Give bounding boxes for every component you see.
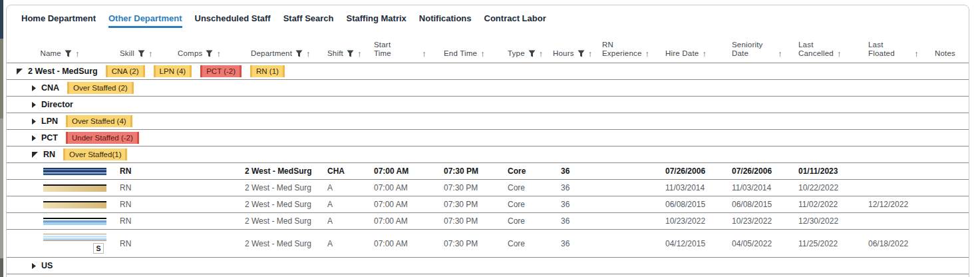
staffing-panel: Home Department Other Department Unsched… [6,5,969,277]
status-badge: CNA (2) [106,65,145,77]
cell-end-time: 07:30 PM [436,183,502,192]
column-header-seniority-date[interactable]: Seniority Date ↑ [725,41,792,58]
cell-start-time: 07:00 AM [366,183,436,192]
cell-type: Core [502,216,549,226]
tab-unscheduled-staff[interactable]: Unscheduled Staff [195,13,271,28]
tab-notifications[interactable]: Notifications [419,13,472,28]
skill-group-row-lpn[interactable]: LPN Over Staffed (4) [7,113,969,130]
filter-icon[interactable] [528,50,536,58]
filter-icon[interactable] [577,50,585,58]
status-badge: Over Staffed (2) [67,82,134,94]
tab-staffing-matrix[interactable]: Staffing Matrix [347,13,407,28]
cell-hours: 36 [549,216,595,226]
skill-group-name: PCT [41,133,58,142]
expand-icon[interactable] [32,263,36,269]
staff-row[interactable]: RN 2 West - Med Surg A 07:00 AM 07:30 PM… [7,196,969,213]
cell-last-cancelled: 12/30/2022 [792,216,860,226]
sort-ascending-icon[interactable]: ↑ [216,50,221,58]
column-header-start-time[interactable]: Start Time ↑ [366,41,436,58]
sort-ascending-icon[interactable]: ↑ [539,50,544,58]
staff-row[interactable]: S RN 2 West - Med Surg A 07:00 AM 07:30 … [7,230,969,258]
collapse-icon[interactable] [32,152,38,158]
collapse-icon[interactable] [17,69,23,75]
cell-start-time: 07:00 AM [366,216,436,226]
sort-ascending-icon[interactable]: ↑ [480,50,485,58]
cell-hire-date: 10/23/2022 [659,216,725,226]
cell-hours: 36 [549,239,595,248]
sort-ascending-icon[interactable]: ↑ [837,50,842,58]
column-header-comps[interactable]: Comps ↑ [172,49,245,58]
sort-ascending-icon[interactable]: ↑ [306,50,311,58]
filter-icon[interactable] [347,50,354,58]
filter-icon[interactable] [138,50,145,58]
skill-group-row-rn[interactable]: RN Over Staffed(1) [7,146,969,163]
tab-home-department[interactable]: Home Department [21,13,96,28]
cell-shift: A [317,183,366,192]
sort-ascending-icon[interactable]: ↑ [588,50,593,58]
skill-group-name: RN [43,150,55,159]
cell-shift: A [317,216,366,226]
column-header-name[interactable]: Name ↑ [7,49,113,58]
column-header-hours[interactable]: Hours ↑ [549,49,595,58]
department-group-row[interactable]: 2 West - MedSurg CNA (2) LPN (4) PCT (-2… [7,63,969,80]
staff-name-redacted [7,184,113,192]
cell-department: 2 West - Med Surg [245,183,317,192]
staff-row[interactable]: RN 2 West - MedSurg CHA 07:00 AM 07:30 P… [7,163,969,180]
sort-ascending-icon[interactable]: ↑ [778,50,782,58]
skill-group-row-pct[interactable]: PCT Under Staffed (-2) [7,130,969,146]
cell-type: Core [502,239,549,248]
cell-shift: A [317,239,366,248]
staff-row[interactable]: RN 2 West - Med Surg A 07:00 AM 07:30 PM… [7,180,969,196]
column-header-end-time[interactable]: End Time ↑ [436,49,502,58]
cell-department: 2 West - Med Surg [245,200,317,209]
cell-hire-date: 04/12/2015 [659,239,725,248]
expand-icon[interactable] [32,102,36,108]
staff-name-redacted [7,201,113,208]
redacted-name-bar [43,168,106,175]
skill-group-row-us[interactable]: US [7,258,969,274]
filter-icon[interactable] [65,50,72,58]
cell-end-time: 07:30 PM [436,200,502,209]
cell-department: 2 West - Med Surg [245,239,317,248]
column-header-last-floated[interactable]: Last Floated ↑ [860,41,928,58]
skill-group-row-cna[interactable]: CNA Over Staffed (2) [7,80,969,97]
skill-group-name: CNA [41,83,59,93]
tab-other-department[interactable]: Other Department [108,13,182,28]
sort-ascending-icon[interactable]: ↑ [702,50,707,58]
staff-row[interactable]: RN 2 West - Med Surg A 07:00 AM 07:30 PM… [7,213,969,230]
skill-group-row-director[interactable]: Director [7,97,969,113]
status-badge: Over Staffed (4) [66,115,132,127]
cell-shift: CHA [317,166,366,176]
column-header-hire-date[interactable]: Hire Date ↑ [659,49,725,58]
sort-ascending-icon[interactable]: ↑ [914,50,919,58]
column-header-rn-experience[interactable]: RN Experience ↑ [595,41,659,58]
sort-ascending-icon[interactable]: ↑ [422,50,426,58]
column-header-department[interactable]: Department ↑ [245,49,317,58]
skill-group-name: Director [41,100,73,109]
expand-icon[interactable] [32,119,36,125]
sort-ascending-icon[interactable]: ↑ [357,50,362,58]
cell-last-cancelled: 11/02/2022 [792,200,860,209]
filter-icon[interactable] [206,50,213,58]
sort-ascending-icon[interactable]: ↑ [645,50,650,58]
left-edge-scrollbar[interactable] [0,119,3,258]
expand-icon[interactable] [32,85,36,91]
column-header-type[interactable]: Type ↑ [502,49,549,58]
tab-staff-search[interactable]: Staff Search [283,13,334,28]
expand-icon[interactable] [32,135,36,141]
table-header-row: Name ↑ Skill ↑ Comps ↑ Department ↑ Shif… [7,28,969,63]
cell-end-time: 07:30 PM [436,166,502,176]
sort-ascending-icon[interactable]: ↑ [148,50,153,58]
column-header-skill[interactable]: Skill ↑ [113,49,172,58]
tab-contract-labor[interactable]: Contract Labor [484,13,546,28]
cell-last-floated: 12/12/2022 [860,200,928,209]
cell-skill: RN [113,239,172,248]
column-header-last-cancelled[interactable]: Last Cancelled ↑ [792,41,860,58]
filter-icon[interactable] [295,50,303,58]
cell-skill: RN [113,200,172,209]
cell-start-time: 07:00 AM [366,166,436,176]
column-header-shift[interactable]: Shift ↑ [317,49,366,58]
sort-ascending-icon[interactable]: ↑ [75,50,80,58]
cell-hire-date: 11/03/2014 [659,183,725,192]
cell-last-floated: 06/18/2022 [860,239,928,248]
